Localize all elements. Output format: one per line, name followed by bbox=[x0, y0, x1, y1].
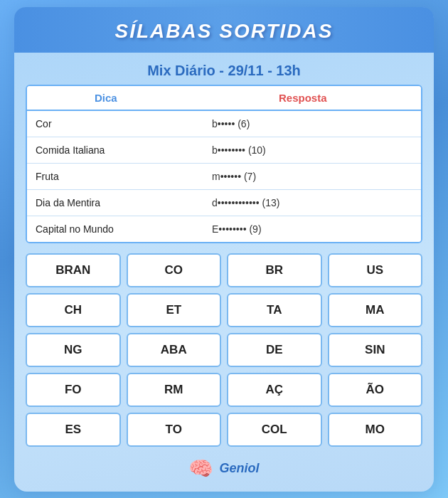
col-resposta-header: Resposta bbox=[185, 92, 421, 104]
table-row: Capital no Mundo E•••••••• (9) bbox=[27, 216, 421, 242]
table-header: Dica Resposta bbox=[27, 86, 421, 111]
main-card: SÍLABAS SORTIDAS Mix Diário - 29/11 - 13… bbox=[14, 7, 434, 492]
resposta-cell: m•••••• (7) bbox=[169, 171, 412, 182]
table-row: Fruta m•••••• (7) bbox=[27, 164, 421, 190]
dica-cell: Comida Italiana bbox=[36, 144, 169, 156]
syllable-tile[interactable]: MA bbox=[328, 293, 423, 327]
syllable-tile[interactable]: ES bbox=[26, 413, 121, 447]
syllable-tile[interactable]: ABA bbox=[127, 333, 222, 367]
syllable-tile[interactable]: TA bbox=[227, 293, 322, 327]
syllable-tile[interactable]: BRAN bbox=[26, 253, 121, 287]
syllable-tile[interactable]: AÇ bbox=[227, 373, 322, 407]
resposta-cell: b•••••••• (10) bbox=[169, 144, 412, 156]
dica-cell: Dia da Mentira bbox=[36, 197, 169, 208]
syllable-tile[interactable]: CH bbox=[26, 293, 121, 327]
resposta-cell: d•••••••••••• (13) bbox=[169, 197, 412, 208]
syllable-tile[interactable]: ÃO bbox=[328, 373, 423, 407]
subtitle: Mix Diário - 29/11 - 13h bbox=[14, 53, 434, 85]
brand-name: Geniol bbox=[219, 461, 259, 476]
syllable-tile[interactable]: DE bbox=[227, 333, 322, 367]
syllable-tile[interactable]: MO bbox=[328, 413, 423, 447]
syllable-tile[interactable]: FO bbox=[26, 373, 121, 407]
syllable-tile[interactable]: COL bbox=[227, 413, 322, 447]
col-dica-header: Dica bbox=[27, 92, 185, 104]
resposta-cell: b••••• (6) bbox=[169, 118, 412, 129]
app-title: SÍLABAS SORTIDAS bbox=[26, 20, 422, 43]
card-header: SÍLABAS SORTIDAS bbox=[14, 7, 434, 53]
dica-cell: Fruta bbox=[36, 171, 169, 182]
brain-icon: 🧠 bbox=[188, 457, 213, 480]
tiles-grid: BRANCOBRUSCHETTAMANGABADESINFORMAÇÃOESTO… bbox=[26, 253, 422, 447]
dica-cell: Capital no Mundo bbox=[36, 223, 169, 235]
table-row: Cor b••••• (6) bbox=[27, 111, 421, 137]
clues-table: Dica Resposta Cor b••••• (6) Comida Ital… bbox=[26, 85, 422, 243]
syllable-tile[interactable]: TO bbox=[127, 413, 222, 447]
footer: 🧠 Geniol bbox=[14, 447, 434, 480]
syllable-tile[interactable]: BR bbox=[227, 253, 322, 287]
dica-cell: Cor bbox=[36, 118, 169, 129]
syllable-tile[interactable]: NG bbox=[26, 333, 121, 367]
syllable-tile[interactable]: US bbox=[328, 253, 423, 287]
syllable-tile[interactable]: ET bbox=[127, 293, 222, 327]
syllable-tile[interactable]: SIN bbox=[328, 333, 423, 367]
syllable-tile[interactable]: RM bbox=[127, 373, 222, 407]
table-row: Comida Italiana b•••••••• (10) bbox=[27, 137, 421, 164]
syllable-tile[interactable]: CO bbox=[127, 253, 222, 287]
resposta-cell: E•••••••• (9) bbox=[169, 223, 412, 235]
table-row: Dia da Mentira d•••••••••••• (13) bbox=[27, 190, 421, 216]
